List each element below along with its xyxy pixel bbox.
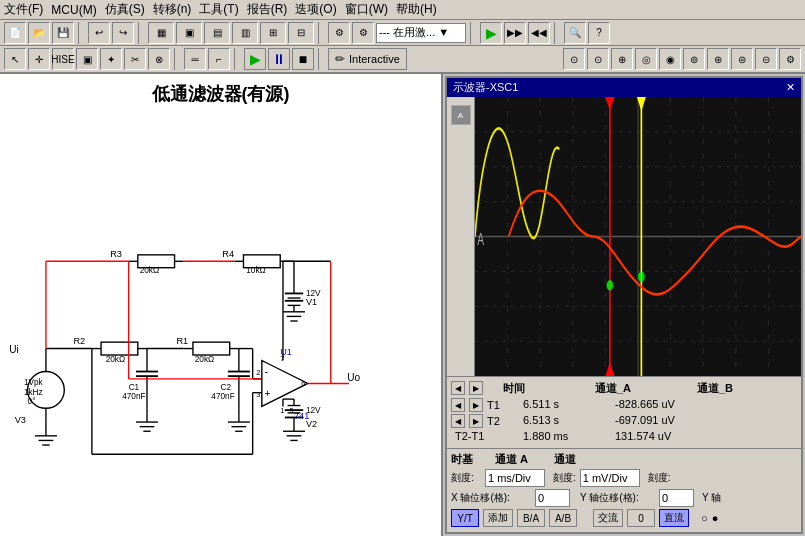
chA-scale-input[interactable] [580, 469, 640, 487]
add-button[interactable]: 添加 [483, 509, 513, 527]
menu-options[interactable]: 迭项(O) [295, 1, 336, 18]
t2-arrow-left[interactable]: ◀ [451, 414, 465, 428]
menu-help[interactable]: 帮助(H) [396, 1, 437, 18]
comp-btn6[interactable]: ⊟ [288, 22, 314, 44]
pencil-icon: ✏ [335, 52, 345, 66]
play-button[interactable]: ▶ [244, 48, 266, 70]
chB-ctrl-label: 通道 [554, 452, 584, 467]
menu-transfer[interactable]: 转移(n) [153, 1, 192, 18]
help-btn[interactable]: ? [588, 22, 610, 44]
timebase-input[interactable] [485, 469, 545, 487]
t1-chb [717, 398, 797, 412]
save-btn[interactable]: 💾 [52, 22, 74, 44]
menu-window[interactable]: 窗口(W) [345, 1, 388, 18]
svg-text:R3: R3 [110, 249, 122, 259]
t2t1-chb [717, 430, 797, 442]
svg-text:-: - [265, 366, 268, 377]
sep8 [318, 48, 324, 70]
osc-btn2[interactable]: ⊙ [587, 48, 609, 70]
open-btn[interactable]: 📂 [28, 22, 50, 44]
sep6 [174, 48, 180, 70]
osc-btn4[interactable]: ◎ [635, 48, 657, 70]
svg-text:470nF: 470nF [122, 392, 145, 401]
osc-btn10[interactable]: ⚙ [779, 48, 801, 70]
comp-btn5[interactable]: ⊞ [260, 22, 286, 44]
sep3 [318, 22, 324, 44]
svg-text:10kΩ: 10kΩ [246, 266, 265, 275]
dc-button[interactable]: 直流 [659, 509, 689, 527]
menu-tools[interactable]: 工具(T) [199, 1, 238, 18]
misc-btn7[interactable]: ⌐ [208, 48, 230, 70]
svg-text:U1: U1 [280, 347, 292, 357]
osc-btn9[interactable]: ⊝ [755, 48, 777, 70]
circuit-diagram: 1Vpk 1kHz 0° V3 Ui R2 20kΩ [0, 110, 441, 532]
svg-text:V3: V3 [15, 415, 26, 425]
svg-text:20kΩ: 20kΩ [106, 355, 125, 364]
run-btn[interactable]: ▶ [480, 22, 502, 44]
comp-btn2[interactable]: ▣ [176, 22, 202, 44]
menu-report[interactable]: 报告(R) [247, 1, 288, 18]
t1-arrow-left[interactable]: ◀ [451, 398, 465, 412]
redo-btn[interactable]: ↪ [112, 22, 134, 44]
osc-close[interactable]: ✕ [786, 81, 795, 94]
pointer-btn[interactable]: ↖ [4, 48, 26, 70]
stop-button[interactable]: ■ [292, 48, 314, 70]
radio-ac[interactable]: ○ [701, 512, 708, 524]
x-offset-input[interactable] [535, 489, 570, 507]
misc-btn5[interactable]: ⊗ [148, 48, 170, 70]
svg-text:20kΩ: 20kΩ [140, 266, 159, 275]
search-btn[interactable]: 🔍 [564, 22, 586, 44]
misc-btn6[interactable]: ═ [184, 48, 206, 70]
pause-button[interactable]: ⏸ [268, 48, 290, 70]
svg-rect-0 [0, 151, 441, 491]
comp-btn3[interactable]: ▤ [204, 22, 230, 44]
zero-button[interactable]: 0 [627, 509, 655, 527]
misc-btn2[interactable]: ▣ [76, 48, 98, 70]
yt-button[interactable]: Y/T [451, 509, 479, 527]
osc-btn7[interactable]: ⊛ [707, 48, 729, 70]
osc-btn6[interactable]: ⊚ [683, 48, 705, 70]
t1-arrow-right[interactable]: ▶ [469, 398, 483, 412]
misc-btn4[interactable]: ✂ [124, 48, 146, 70]
misc-btn3[interactable]: ✦ [100, 48, 122, 70]
comp-btn4[interactable]: ▥ [232, 22, 258, 44]
timebase-scale-label: 刻度: [451, 471, 481, 485]
t2-arrow-right[interactable]: ▶ [469, 414, 483, 428]
fast-btn[interactable]: ▶▶ [504, 22, 526, 44]
radio-dc[interactable]: ● [712, 512, 719, 524]
menu-sim[interactable]: 仿真(S) [105, 1, 145, 18]
sim-dropdown[interactable]: --- 在用激... ▼ [376, 23, 466, 43]
rewind-btn[interactable]: ◀◀ [528, 22, 550, 44]
y-offset-input[interactable] [659, 489, 694, 507]
toolbar-row2: ↖ ✛ HISE ▣ ✦ ✂ ⊗ ═ ⌐ ▶ ⏸ ■ ✏ Interactive… [0, 46, 805, 74]
t2t1-label: T2-T1 [451, 430, 511, 442]
new-btn[interactable]: 📄 [4, 22, 26, 44]
t2t1-time: 1.880 ms [523, 430, 603, 442]
comp-btn1[interactable]: ▦ [148, 22, 174, 44]
svg-text:Uo: Uo [347, 372, 360, 383]
arrow-right[interactable]: ▶ [469, 381, 483, 395]
menu-bar: 文件(F) MCU(M) 仿真(S) 转移(n) 工具(T) 报告(R) 迭项(… [0, 0, 805, 20]
osc-controls: 时基 通道 A 通道 刻度: 刻度: 刻度: X 轴位移(格): [447, 448, 801, 532]
interactive-button[interactable]: ✏ Interactive [328, 48, 407, 70]
osc-measurements: ◀ ▶ 时间 通道_A 通道_B ◀ ▶ T1 6.511 s -828.665… [447, 376, 801, 448]
osc-btn1[interactable]: ⊙ [563, 48, 585, 70]
osc-btn3[interactable]: ⊕ [611, 48, 633, 70]
osc-btn8[interactable]: ⊜ [731, 48, 753, 70]
arrow-left[interactable]: ◀ [451, 381, 465, 395]
sim-config2[interactable]: ⚙ [352, 22, 374, 44]
chB-scale-label: 刻度: [648, 471, 671, 485]
sim-config[interactable]: ⚙ [328, 22, 350, 44]
svg-text:V1: V1 [306, 297, 317, 307]
ba-button[interactable]: B/A [517, 509, 545, 527]
ab-button[interactable]: A/B [549, 509, 577, 527]
misc-btn1[interactable]: HISE [52, 48, 74, 70]
menu-file[interactable]: 文件(F) [4, 1, 43, 18]
osc-btn5[interactable]: ◉ [659, 48, 681, 70]
menu-mcu[interactable]: MCU(M) [51, 3, 96, 17]
osc-waveform-svg: A [475, 97, 801, 376]
ac-button[interactable]: 交流 [593, 509, 623, 527]
svg-text:R2: R2 [74, 336, 86, 346]
undo-btn[interactable]: ↩ [88, 22, 110, 44]
cross-btn[interactable]: ✛ [28, 48, 50, 70]
